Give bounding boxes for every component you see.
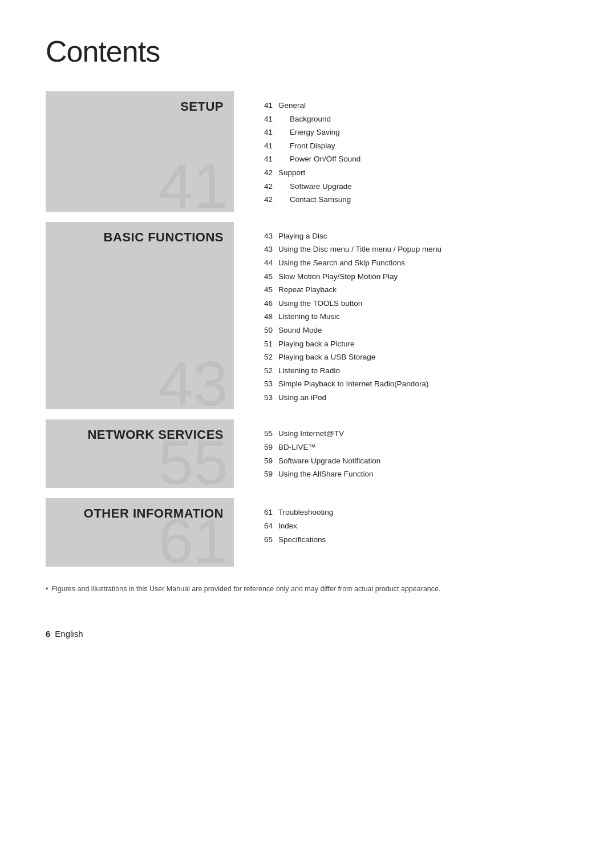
entry-row: 50Sound Mode — [257, 324, 570, 337]
entry-row: 42Support — [257, 167, 570, 179]
entry-page-number: 42 — [257, 193, 273, 206]
entry-page-number: 42 — [257, 167, 273, 179]
entry-text: General — [278, 99, 306, 112]
entry-page-number: 41 — [257, 113, 273, 126]
entry-page-number: 42 — [257, 180, 273, 193]
entry-page-number: 45 — [257, 284, 273, 296]
entry-page-number: 44 — [257, 257, 273, 269]
section-other-information: OTHER INFORMATION6161Troubleshooting64In… — [46, 498, 570, 567]
entry-row: 45Slow Motion Play/Step Motion Play — [257, 270, 570, 283]
entry-page-number: 65 — [257, 534, 273, 546]
section-title-other-information: OTHER INFORMATION — [84, 506, 224, 521]
entry-text: Playing a Disc — [278, 230, 327, 243]
entry-page-number: 48 — [257, 310, 273, 323]
section-label-box-setup: SETUP41 — [46, 91, 234, 212]
entry-row: 53Simple Playback to Internet Radio(Pand… — [257, 378, 570, 390]
entry-row: 51Playing back a Picture — [257, 338, 570, 350]
entry-text: Simple Playback to Internet Radio(Pandor… — [278, 378, 428, 390]
entry-page-number: 43 — [257, 243, 273, 256]
entry-text: Contact Samsung — [278, 193, 351, 206]
section-title-basic-functions: BASIC FUNCTIONS — [104, 230, 224, 245]
section-entries-basic-functions: 43Playing a Disc43Using the Disc menu / … — [234, 222, 570, 410]
entry-text: Background — [278, 113, 331, 126]
entry-page-number: 41 — [257, 140, 273, 152]
footnote-bullet: • — [46, 585, 48, 593]
section-title-setup: SETUP — [180, 99, 224, 114]
entry-page-number: 50 — [257, 324, 273, 337]
entry-page-number: 45 — [257, 270, 273, 283]
entry-row: 52Playing back a USB Storage — [257, 351, 570, 364]
entry-text: Index — [278, 520, 297, 532]
entry-text: Slow Motion Play/Step Motion Play — [278, 270, 398, 283]
entry-page-number: 46 — [257, 297, 273, 310]
entry-text: Front Display — [278, 140, 335, 152]
entry-text: Using the AllShare Function — [278, 468, 374, 480]
section-network-services: NETWORK SERVICES5555Using Internet@TV59B… — [46, 419, 570, 488]
entry-text: Sound Mode — [278, 324, 322, 337]
page-number-line: 6 English — [46, 595, 570, 639]
entry-row: 43Playing a Disc — [257, 230, 570, 243]
entry-row: 42Software Upgrade — [257, 180, 570, 193]
entry-page-number: 59 — [257, 468, 273, 480]
entry-row: 48Listening to Music — [257, 310, 570, 323]
entry-text: Troubleshooting — [278, 506, 333, 519]
entry-text: Repeat Playback — [278, 284, 337, 296]
entry-page-number: 59 — [257, 455, 273, 467]
sections-container: SETUP4141General41Background41Energy Sav… — [46, 91, 570, 567]
entry-text: Playing back a Picture — [278, 338, 355, 350]
entry-page-number: 61 — [257, 506, 273, 519]
entry-page-number: 52 — [257, 365, 273, 377]
entry-text: Listening to Radio — [278, 365, 340, 377]
section-entries-network-services: 55Using Internet@TV59BD-LIVE™59Software … — [234, 419, 570, 488]
entry-row: 41Background — [257, 113, 570, 126]
entry-text: Software Upgrade Notification — [278, 455, 380, 467]
entry-row: 53Using an iPod — [257, 391, 570, 404]
entry-page-number: 51 — [257, 338, 273, 350]
entry-row: 59Using the AllShare Function — [257, 468, 570, 480]
entry-row: 41General — [257, 99, 570, 112]
entry-page-number: 59 — [257, 441, 273, 454]
entry-row: 42Contact Samsung — [257, 193, 570, 206]
entry-row: 41Power On/Off Sound — [257, 153, 570, 165]
section-entries-other-information: 61Troubleshooting64Index65Specifications — [234, 498, 570, 567]
entry-text: Specifications — [278, 534, 326, 546]
entry-row: 59Software Upgrade Notification — [257, 455, 570, 467]
entry-row: 61Troubleshooting — [257, 506, 570, 519]
entry-text: Using Internet@TV — [278, 427, 344, 440]
entry-text: Using an iPod — [278, 391, 326, 404]
entry-text: BD-LIVE™ — [278, 441, 316, 454]
entry-text: Support — [278, 167, 305, 179]
entry-page-number: 41 — [257, 153, 273, 165]
entry-page-number: 53 — [257, 391, 273, 404]
entry-page-number: 52 — [257, 351, 273, 364]
entry-page-number: 41 — [257, 99, 273, 112]
entry-page-number: 55 — [257, 427, 273, 440]
entry-text: Using the Search and Skip Functions — [278, 257, 405, 269]
entry-text: Listening to Music — [278, 310, 340, 323]
entry-page-number: 64 — [257, 520, 273, 532]
entry-row: 52Listening to Radio — [257, 365, 570, 377]
entry-row: 46Using the TOOLS button — [257, 297, 570, 310]
entry-row: 43Using the Disc menu / Title menu / Pop… — [257, 243, 570, 256]
entry-row: 65Specifications — [257, 534, 570, 546]
entry-text: Energy Saving — [278, 126, 340, 139]
section-number-setup: 41 — [159, 155, 228, 212]
entry-row: 44Using the Search and Skip Functions — [257, 257, 570, 269]
entry-row: 41Front Display — [257, 140, 570, 152]
section-basic-functions: BASIC FUNCTIONS4343Playing a Disc43Using… — [46, 222, 570, 410]
entry-text: Using the Disc menu / Title menu / Popup… — [278, 243, 441, 256]
entry-row: 55Using Internet@TV — [257, 427, 570, 440]
entry-row: 59BD-LIVE™ — [257, 441, 570, 454]
entry-text: Playing back a USB Storage — [278, 351, 375, 364]
entry-text: Using the TOOLS button — [278, 297, 362, 310]
section-label-box-other-information: OTHER INFORMATION61 — [46, 498, 234, 567]
entry-row: 45Repeat Playback — [257, 284, 570, 296]
section-entries-setup: 41General41Background41Energy Saving41Fr… — [234, 91, 570, 212]
footnote-text: Figures and illustrations in this User M… — [51, 585, 440, 593]
section-label-box-basic-functions: BASIC FUNCTIONS43 — [46, 222, 234, 410]
entry-page-number: 41 — [257, 126, 273, 139]
section-number-basic-functions: 43 — [159, 352, 228, 409]
page-number: 6 — [46, 629, 50, 639]
entry-page-number: 43 — [257, 230, 273, 243]
language-label: English — [55, 629, 83, 639]
